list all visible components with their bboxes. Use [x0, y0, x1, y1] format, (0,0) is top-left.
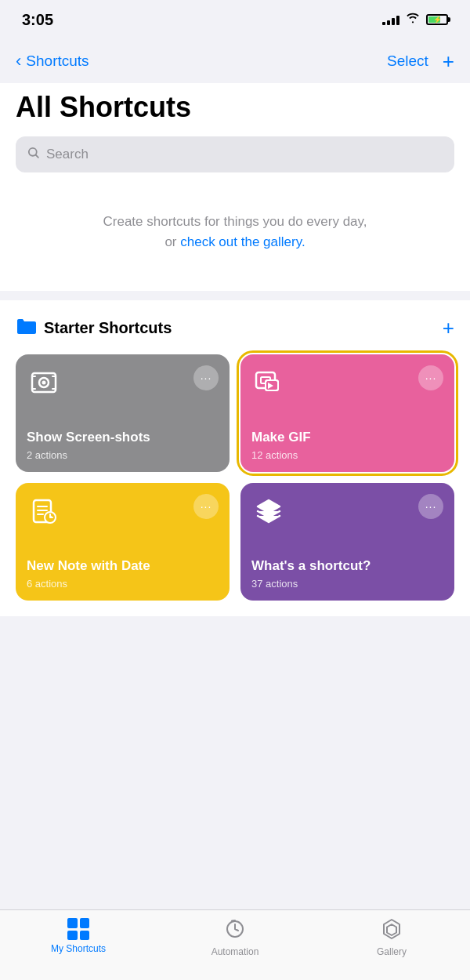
section-title: Starter Shortcuts	[44, 319, 172, 337]
card-top: ···	[27, 365, 219, 400]
card-title: Make GIF	[251, 429, 443, 446]
card-top: ···	[27, 494, 219, 528]
card-title: New Note with Date	[27, 557, 219, 575]
main-content: All Shortcuts Search Create shortcuts fo…	[0, 83, 470, 291]
shortcut-card-make-gif[interactable]: ··· Make GIF 12 actions	[240, 354, 454, 472]
section-divider	[0, 291, 470, 300]
card-bottom: What's a shortcut? 37 actions	[251, 557, 443, 590]
battery-icon: ⚡	[426, 14, 448, 25]
back-chevron-icon: ‹	[16, 51, 21, 71]
tab-automation-label: Automation	[212, 946, 259, 957]
signal-icon	[382, 14, 400, 25]
card-actions: 12 actions	[251, 449, 443, 461]
search-icon	[27, 146, 40, 163]
card-bottom: Show Screen-shots 2 actions	[27, 429, 219, 461]
status-bar: 3:05 ⚡	[0, 0, 470, 39]
nav-bar: ‹ Shortcuts Select +	[0, 39, 470, 83]
tab-gallery[interactable]: Gallery	[313, 918, 470, 957]
folder-icon	[16, 318, 36, 339]
card-more-button[interactable]: ···	[418, 494, 443, 519]
select-button[interactable]: Select	[387, 53, 428, 70]
empty-line2: or	[164, 234, 180, 249]
card-top: ···	[251, 494, 443, 528]
card-more-button[interactable]: ···	[193, 365, 219, 390]
page-title: All Shortcuts	[16, 91, 454, 124]
card-title: What's a shortcut?	[251, 557, 443, 575]
status-time: 3:05	[22, 11, 53, 29]
back-button[interactable]: ‹ Shortcuts	[16, 51, 89, 71]
card-title: Show Screen-shots	[27, 429, 219, 446]
section-add-button[interactable]: +	[443, 316, 454, 340]
search-bar[interactable]: Search	[16, 136, 454, 172]
shortcut-card-show-screenshots[interactable]: ··· Show Screen-shots 2 actions	[16, 354, 230, 472]
note-icon	[27, 494, 61, 528]
tab-my-shortcuts[interactable]: My Shortcuts	[0, 918, 157, 954]
section-title-group: Starter Shortcuts	[16, 318, 172, 339]
card-actions: 37 actions	[251, 578, 443, 590]
card-actions: 6 actions	[27, 578, 219, 590]
screenshot-icon	[27, 365, 61, 400]
nav-actions: Select +	[387, 49, 454, 74]
search-placeholder: Search	[46, 147, 89, 162]
card-actions: 2 actions	[27, 449, 219, 461]
svg-point-3	[42, 381, 46, 385]
starter-shortcuts-section: Starter Shortcuts + ··· Show Screen-shot…	[0, 300, 470, 616]
add-shortcut-button[interactable]: +	[443, 49, 454, 74]
wifi-icon	[406, 13, 420, 27]
card-more-button[interactable]: ···	[418, 365, 443, 390]
tab-gallery-label: Gallery	[377, 946, 407, 957]
card-more-button[interactable]: ···	[193, 494, 219, 519]
card-top: ···	[251, 365, 443, 400]
status-icons: ⚡	[382, 13, 448, 27]
gif-icon	[251, 365, 286, 400]
shortcut-card-whats-shortcut[interactable]: ··· What's a shortcut? 37 actions	[240, 483, 454, 601]
shortcuts-grid: ··· Show Screen-shots 2 actions	[16, 354, 454, 601]
gallery-link[interactable]: check out the gallery.	[180, 234, 305, 249]
back-label: Shortcuts	[26, 53, 89, 70]
card-bottom: New Note with Date 6 actions	[27, 557, 219, 590]
tab-my-shortcuts-label: My Shortcuts	[51, 943, 106, 954]
my-shortcuts-icon	[67, 918, 89, 940]
tab-bar: My Shortcuts Automation Gallery	[0, 909, 470, 980]
tab-automation[interactable]: Automation	[157, 918, 313, 957]
empty-state: Create shortcuts for things you do every…	[16, 188, 454, 275]
gallery-icon	[381, 918, 403, 943]
automation-icon	[224, 918, 246, 943]
empty-line1: Create shortcuts for things you do every…	[103, 214, 367, 229]
shortcut-card-new-note-date[interactable]: ··· New Note with Date 6 actions	[16, 483, 230, 601]
section-header: Starter Shortcuts +	[16, 316, 454, 340]
layers-icon	[251, 494, 286, 528]
card-bottom: Make GIF 12 actions	[251, 429, 443, 461]
